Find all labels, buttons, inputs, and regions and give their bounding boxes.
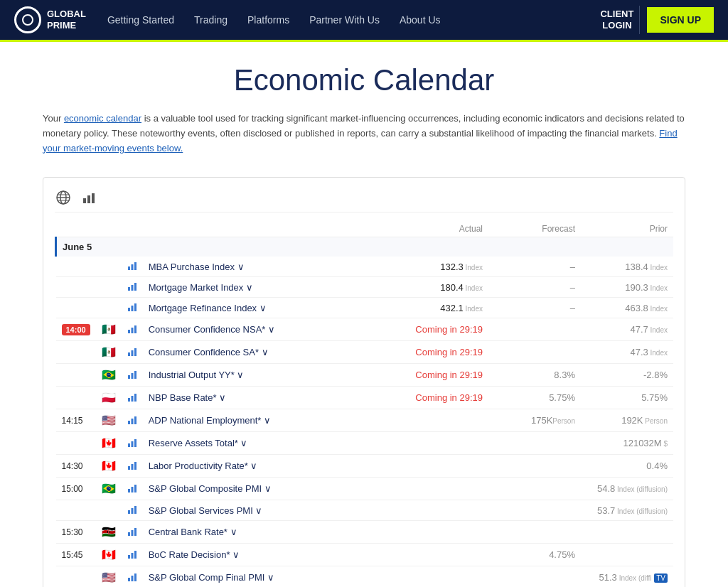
event-name[interactable]: ADP National Employment* ∨ xyxy=(143,409,396,432)
event-name[interactable]: S&P Global Composite PMI ∨ xyxy=(143,478,396,500)
table-row: Mortgage Market Index ∨180.4 Index–190.3… xyxy=(56,277,674,298)
country-flag xyxy=(96,257,122,277)
svg-rect-41 xyxy=(128,510,130,514)
country-flag: 🇨🇦 xyxy=(96,455,122,478)
impact-indicator xyxy=(122,432,143,455)
svg-rect-32 xyxy=(128,443,130,447)
time-col-header xyxy=(56,221,96,237)
country-flag: 🇧🇷 xyxy=(96,478,122,500)
forecast-value xyxy=(488,566,581,587)
actual-value xyxy=(396,544,488,566)
event-time xyxy=(56,298,96,318)
event-name[interactable]: Labor Productivity Rate* ∨ xyxy=(143,455,396,478)
svg-rect-46 xyxy=(134,528,136,536)
event-name[interactable]: Mortgage Market Index ∨ xyxy=(143,277,396,298)
impact-indicator xyxy=(122,364,143,387)
svg-rect-35 xyxy=(128,466,130,470)
prior-value: 54.8 Index (diffusion) xyxy=(581,478,673,500)
svg-rect-17 xyxy=(128,330,130,333)
impact-indicator xyxy=(122,298,143,318)
nav-getting-started[interactable]: Getting Started xyxy=(107,14,174,26)
calendar-box: Actual Forecast Prior June 5MBA Purchase… xyxy=(43,177,685,587)
forecast-value xyxy=(488,521,581,544)
impact-indicator xyxy=(122,277,143,298)
svg-rect-42 xyxy=(131,508,133,514)
prior-col-header: Prior xyxy=(581,221,673,237)
event-name[interactable]: Central Bank Rate* ∨ xyxy=(143,521,396,544)
logo[interactable]: GLOBAL PRIME xyxy=(14,6,86,33)
date-row: June 5 xyxy=(56,237,674,257)
event-name[interactable]: S&P Global Services PMI ∨ xyxy=(143,500,396,521)
actual-value: Coming in 29:19 xyxy=(396,387,488,409)
page-title: Economic Calendar xyxy=(43,63,685,97)
event-name[interactable]: NBP Base Rate* ∨ xyxy=(143,387,396,409)
event-time xyxy=(56,364,96,387)
table-row: 🇨🇦Reserve Assets Total* ∨121032M $ xyxy=(56,432,674,455)
prior-value: 51.3 Index (diffi TV xyxy=(581,566,673,587)
event-time: 14:15 xyxy=(56,409,96,432)
event-time: 15:45 xyxy=(56,544,96,566)
svg-rect-14 xyxy=(128,308,130,311)
table-header: Actual Forecast Prior xyxy=(56,221,674,237)
event-name[interactable]: Reserve Assets Total* ∨ xyxy=(143,432,396,455)
impact-indicator xyxy=(122,544,143,566)
svg-rect-51 xyxy=(131,576,133,581)
actual-value xyxy=(396,455,488,478)
economic-calendar-link[interactable]: economic calendar xyxy=(64,113,141,124)
prior-value: 138.4 Index xyxy=(581,257,673,277)
forecast-value xyxy=(488,432,581,455)
country-flag: 🇲🇽 xyxy=(96,318,122,341)
forecast-value xyxy=(488,341,581,364)
event-name[interactable]: BoC Rate Decision* ∨ xyxy=(143,544,396,566)
actual-value xyxy=(396,500,488,521)
country-flag: 🇨🇦 xyxy=(96,432,122,455)
nav-trading[interactable]: Trading xyxy=(194,14,228,26)
prior-value: 53.7 Index (diffusion) xyxy=(581,500,673,521)
forecast-value: 5.75% xyxy=(488,387,581,409)
event-name[interactable]: Consumer Confidence NSA* ∨ xyxy=(143,318,396,341)
forecast-value: 4.75% xyxy=(488,544,581,566)
nav-about[interactable]: About Us xyxy=(400,14,441,26)
logo-text: GLOBAL PRIME xyxy=(47,9,86,31)
event-name[interactable]: MBA Purchase Index ∨ xyxy=(143,257,396,277)
event-name[interactable]: Industrial Output YY* ∨ xyxy=(143,364,396,387)
actual-col-header: Actual xyxy=(396,221,488,237)
forecast-value: – xyxy=(488,277,581,298)
forecast-value xyxy=(488,318,581,341)
impact-indicator xyxy=(122,387,143,409)
svg-rect-37 xyxy=(134,462,136,470)
flag-col-header xyxy=(96,221,122,237)
event-time xyxy=(56,387,96,409)
prior-value xyxy=(581,521,673,544)
table-row: MBA Purchase Index ∨132.3 Index–138.4 In… xyxy=(56,257,674,277)
forecast-value: 8.3% xyxy=(488,364,581,387)
chart-bar-icon[interactable] xyxy=(80,189,97,206)
country-flag: 🇲🇽 xyxy=(96,341,122,364)
svg-rect-18 xyxy=(131,328,133,333)
prior-value: 190.3 Index xyxy=(581,277,673,298)
nav-partner[interactable]: Partner With Us xyxy=(309,14,380,26)
event-name[interactable]: Mortgage Refinance Index ∨ xyxy=(143,298,396,318)
event-time: 14:00 xyxy=(56,318,96,341)
svg-rect-8 xyxy=(128,266,130,270)
svg-rect-20 xyxy=(128,352,130,356)
impact-col-header xyxy=(122,221,143,237)
globe-icon[interactable] xyxy=(55,189,72,206)
table-row: Mortgage Refinance Index ∨432.1 Index–46… xyxy=(56,298,674,318)
signup-button[interactable]: SIGN UP xyxy=(647,7,714,33)
nav-platforms[interactable]: Platforms xyxy=(247,14,289,26)
client-login-button[interactable]: CLIENT LOGIN xyxy=(594,6,640,33)
impact-indicator xyxy=(122,409,143,432)
event-name[interactable]: S&P Global Comp Final PMI ∨ xyxy=(143,566,396,587)
actual-value xyxy=(396,409,488,432)
table-row: 14:15🇺🇸ADP National Employment* ∨175KPer… xyxy=(56,409,674,432)
prior-value: 192K Person xyxy=(581,409,673,432)
country-flag: 🇨🇦 xyxy=(96,544,122,566)
event-name[interactable]: Consumer Confidence SA* ∨ xyxy=(143,341,396,364)
svg-rect-24 xyxy=(131,373,133,379)
svg-rect-52 xyxy=(134,573,136,581)
forecast-value xyxy=(488,478,581,500)
svg-rect-7 xyxy=(92,193,95,203)
actual-value xyxy=(396,566,488,587)
calendar-toolbar xyxy=(55,189,673,212)
